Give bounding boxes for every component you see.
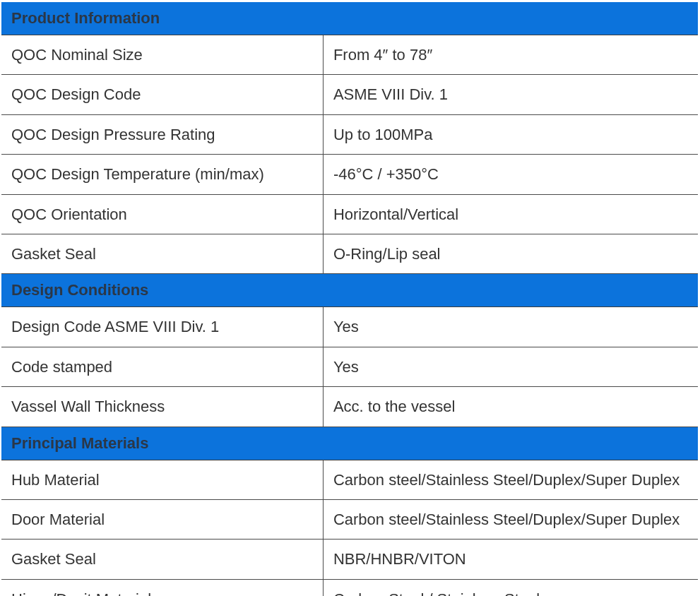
spec-label: Gasket Seal (1, 234, 323, 273)
spec-label: QOC Design Temperature (min/max) (1, 155, 323, 194)
table-row: QOC Design Pressure Rating Up to 100MPa (1, 114, 698, 154)
spec-value: Yes (323, 307, 698, 347)
table-row: Door Material Carbon steel/Stainless Ste… (1, 499, 698, 539)
spec-value: Up to 100MPa (323, 114, 698, 154)
table-row: Hinge/Davit Material Carbon Steel / Stai… (1, 579, 698, 596)
section-header-row: Principal Materials (1, 427, 698, 460)
spec-value: Carbon steel/Stainless Steel/Duplex/Supe… (323, 460, 698, 499)
spec-label: Code stamped (1, 347, 323, 386)
table-row: QOC Nominal Size From 4″ to 78″ (1, 35, 698, 75)
spec-value: Yes (323, 347, 698, 386)
spec-value: Acc. to the vessel (323, 387, 698, 427)
table-row: Gasket Seal O-Ring/Lip seal (1, 234, 698, 273)
spec-value: NBR/HNBR/VITON (323, 540, 698, 579)
spec-label: Hub Material (1, 460, 323, 499)
spec-value: From 4″ to 78″ (323, 35, 698, 75)
spec-label: Design Code ASME VIII Div. 1 (1, 307, 323, 347)
spec-label: QOC Nominal Size (1, 35, 323, 75)
spec-label: Door Material (1, 499, 323, 539)
table-row: Hub Material Carbon steel/Stainless Stee… (1, 460, 698, 499)
spec-value: Carbon steel/Stainless Steel/Duplex/Supe… (323, 499, 698, 539)
section-header-row: Product Information (1, 2, 698, 35)
section-header: Design Conditions (1, 274, 698, 307)
section-header-row: Design Conditions (1, 274, 698, 307)
table-row: QOC Orientation Horizontal/Vertical (1, 194, 698, 234)
spec-label: Vassel Wall Thickness (1, 387, 323, 427)
table-row: Gasket Seal NBR/HNBR/VITON (1, 540, 698, 579)
spec-label: Hinge/Davit Material (1, 579, 323, 596)
spec-value: Horizontal/Vertical (323, 194, 698, 234)
spec-value: Carbon Steel / Stainless Steel (323, 579, 698, 596)
spec-value: -46°C / +350°C (323, 155, 698, 194)
spec-label: QOC Orientation (1, 194, 323, 234)
table-row: Vassel Wall Thickness Acc. to the vessel (1, 387, 698, 427)
section-header: Principal Materials (1, 427, 698, 460)
table-row: Code stamped Yes (1, 347, 698, 386)
section-header: Product Information (1, 2, 698, 35)
table-row: QOC Design Temperature (min/max) -46°C /… (1, 155, 698, 194)
spec-label: Gasket Seal (1, 540, 323, 579)
spec-label: QOC Design Pressure Rating (1, 114, 323, 154)
spec-value: O-Ring/Lip seal (323, 234, 698, 273)
table-row: QOC Design Code ASME VIII Div. 1 (1, 75, 698, 114)
table-row: Design Code ASME VIII Div. 1 Yes (1, 307, 698, 347)
product-spec-table: Product Information QOC Nominal Size Fro… (1, 2, 698, 596)
spec-value: ASME VIII Div. 1 (323, 75, 698, 114)
spec-label: QOC Design Code (1, 75, 323, 114)
